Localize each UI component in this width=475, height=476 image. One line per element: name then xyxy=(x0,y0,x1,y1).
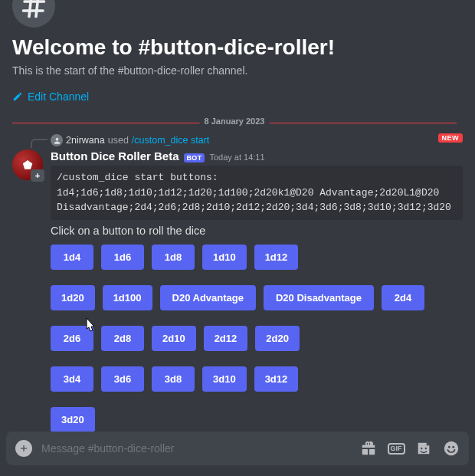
bot-message: 2nirwana used /custom_dice start ⬟ + But… xyxy=(6,131,463,440)
channel-hash-icon xyxy=(12,0,55,28)
dice-button-3d20[interactable]: 3d20 xyxy=(51,407,95,432)
dice-button-2d12[interactable]: 2d12 xyxy=(204,326,248,351)
sticker-icon[interactable] xyxy=(415,440,432,457)
gif-icon[interactable]: GIF xyxy=(388,440,405,457)
bot-badge: BOT xyxy=(184,153,205,162)
divider-date: 8 January 2023 xyxy=(200,117,270,126)
attach-button[interactable] xyxy=(15,440,32,457)
dice-button-1d8[interactable]: 1d8 xyxy=(152,245,195,270)
bot-username[interactable]: Button Dice Roller Beta xyxy=(51,149,179,162)
dice-button-2d20[interactable]: 2d20 xyxy=(255,326,300,351)
dice-button-2d10[interactable]: 2d10 xyxy=(152,326,196,351)
command-code-block: /custom_dice start buttons: 1d4;1d6;1d8;… xyxy=(51,166,463,220)
reply-spine xyxy=(31,139,48,148)
dice-button-3d8[interactable]: 3d8 xyxy=(152,366,195,392)
dice-button-2d6[interactable]: 2d6 xyxy=(51,326,93,351)
pencil-icon xyxy=(12,91,23,102)
dice-button-1d10[interactable]: 1d10 xyxy=(202,245,247,270)
reply-avatar xyxy=(51,134,63,146)
edit-channel-link[interactable]: Edit Channel xyxy=(12,90,89,103)
instruction-text: Click on a button to roll the dice xyxy=(51,225,463,237)
message-timestamp: Today at 14:11 xyxy=(209,153,264,162)
dice-button-2d4[interactable]: 2d4 xyxy=(382,285,424,310)
date-divider: 8 January 2023 NEW xyxy=(12,123,457,123)
dice-button-1d4[interactable]: 1d4 xyxy=(51,245,93,270)
dice-button-3d4[interactable]: 3d4 xyxy=(51,366,93,392)
svg-point-2 xyxy=(425,448,427,449)
dice-button-1d100[interactable]: 1d100 xyxy=(103,285,152,310)
reply-context[interactable]: 2nirwana used /custom_dice start xyxy=(51,134,463,146)
gift-icon[interactable] xyxy=(360,440,377,457)
welcome-title: Welcome to #button-dice-roller! xyxy=(12,35,463,60)
emoji-icon[interactable] xyxy=(443,440,460,457)
dice-button-3d12[interactable]: 3d12 xyxy=(254,366,299,392)
plus-icon xyxy=(18,443,29,454)
dice-button-3d10[interactable]: 3d10 xyxy=(202,366,247,392)
reply-command: /custom_dice start xyxy=(132,135,209,146)
dice-button-1d20[interactable]: 1d20 xyxy=(51,285,95,310)
welcome-subtitle: This is the start of the #button-dice-ro… xyxy=(12,64,463,77)
svg-point-5 xyxy=(452,446,454,448)
dice-button-d20-advantage[interactable]: D20 Advantage xyxy=(160,285,256,310)
reply-username: 2nirwana xyxy=(66,135,105,146)
svg-point-0 xyxy=(55,137,58,140)
avatar-plus-badge: + xyxy=(31,169,44,182)
dice-button-3d6[interactable]: 3d6 xyxy=(101,366,144,392)
dice-button-d20-disadvantage[interactable]: D20 Disadvantage xyxy=(264,285,374,310)
svg-point-1 xyxy=(421,448,422,449)
edit-channel-label: Edit Channel xyxy=(28,90,89,103)
message-input[interactable] xyxy=(41,442,351,455)
svg-point-3 xyxy=(444,442,458,455)
message-composer: GIF xyxy=(6,432,469,465)
dice-button-grid: 1d41d61d81d101d121d201d100D20 AdvantageD… xyxy=(51,245,449,440)
bot-avatar[interactable]: ⬟ + xyxy=(12,149,43,180)
dice-button-1d12[interactable]: 1d12 xyxy=(254,245,299,270)
svg-point-4 xyxy=(448,446,450,448)
dice-button-1d6[interactable]: 1d6 xyxy=(101,245,144,270)
reply-used-word: used xyxy=(108,135,129,146)
dice-button-2d8[interactable]: 2d8 xyxy=(101,326,144,351)
